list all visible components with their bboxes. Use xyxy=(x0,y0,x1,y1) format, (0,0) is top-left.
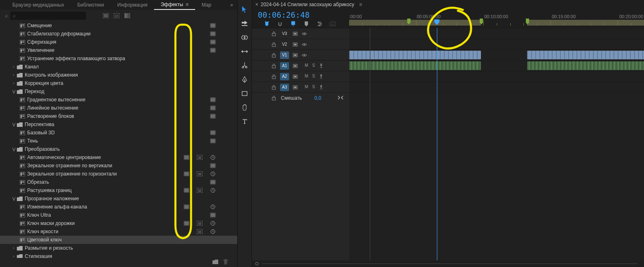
tab-info[interactable]: Информация xyxy=(111,0,154,10)
effects-folder[interactable]: ⋁Прозрачное наложение xyxy=(0,194,237,203)
tab-effects[interactable]: Эффекты ≡ xyxy=(154,0,195,10)
voiceover-icon[interactable] xyxy=(319,63,323,69)
twirl-icon[interactable]: ⋁ xyxy=(11,197,16,201)
delete-icon[interactable] xyxy=(223,259,228,266)
pen-tool[interactable] xyxy=(240,75,250,84)
effects-folder[interactable]: ⋁Перспектива xyxy=(0,120,237,129)
mute-toggle[interactable]: M xyxy=(305,74,308,80)
lock-icon[interactable] xyxy=(271,63,277,68)
voiceover-icon[interactable] xyxy=(319,84,323,90)
lock-icon[interactable] xyxy=(271,74,277,79)
sync-lock-icon[interactable] xyxy=(292,75,298,79)
linked-selection-icon[interactable] xyxy=(277,21,283,27)
lock-icon[interactable] xyxy=(271,96,277,101)
effects-item[interactable]: Ключ маски дорожки32 xyxy=(0,219,237,227)
twirl-icon[interactable]: › xyxy=(11,65,16,69)
effects-item[interactable]: Цветовой ключ xyxy=(0,236,237,244)
selection-tool[interactable] xyxy=(240,5,250,14)
track-header-a1[interactable]: A1 M S xyxy=(252,60,349,71)
panel-menu-icon[interactable]: ≡ xyxy=(186,2,189,7)
solo-toggle[interactable]: S xyxy=(312,84,315,90)
tab-media-browser[interactable]: Браузер медиаданных xyxy=(6,0,71,10)
effects-folder[interactable]: ›Канал xyxy=(0,63,237,71)
track-target-label[interactable]: V1 xyxy=(280,52,289,59)
track-target-label[interactable]: A1 xyxy=(280,62,289,70)
effects-item[interactable]: Тень xyxy=(0,137,237,145)
twirl-icon[interactable]: › xyxy=(11,73,16,77)
mute-toggle[interactable]: M xyxy=(305,84,308,90)
toggle-visibility-icon[interactable] xyxy=(301,54,307,57)
sequence-close-icon[interactable]: × xyxy=(255,2,258,7)
video-clip[interactable] xyxy=(349,51,481,59)
toggle-visibility-icon[interactable] xyxy=(301,32,307,35)
32bit-filter-icon[interactable]: 32 xyxy=(113,13,120,19)
tab-libraries[interactable]: Библиотеки xyxy=(71,0,111,10)
track-target-label[interactable]: V3 xyxy=(280,30,289,37)
track-header-a3[interactable]: A3 M S xyxy=(252,82,349,92)
track-header-a2[interactable]: A2 M S xyxy=(252,71,349,82)
effects-item[interactable]: Смещение xyxy=(0,21,237,30)
track-target-label[interactable]: V2 xyxy=(280,41,289,48)
lock-icon[interactable] xyxy=(271,31,277,36)
track-header-v1[interactable]: V1 xyxy=(252,49,349,60)
sync-lock-icon[interactable] xyxy=(292,32,298,36)
mute-toggle[interactable]: M xyxy=(305,63,308,69)
timeline-zoom-bar[interactable] xyxy=(252,260,644,267)
effects-search-input[interactable] xyxy=(10,12,86,20)
effects-item[interactable]: Градиентное вытеснение xyxy=(0,96,237,104)
effects-folder[interactable]: ›Размытие и резкость xyxy=(0,244,237,252)
solo-toggle[interactable]: S xyxy=(312,74,315,80)
sync-lock-icon[interactable] xyxy=(292,42,298,47)
yuv-filter-icon[interactable] xyxy=(124,13,131,19)
effects-item[interactable]: Устранение эффекта плавающего затвора xyxy=(0,54,237,63)
new-bin-icon[interactable] xyxy=(212,260,218,265)
track-select-tool[interactable] xyxy=(240,19,250,28)
effects-item[interactable]: Линейное вытеснение xyxy=(0,104,237,112)
accelerated-fx-filter-icon[interactable] xyxy=(102,13,110,19)
effects-item[interactable]: Растушевка границ32 xyxy=(0,186,237,194)
effects-item[interactable]: Сферизация xyxy=(0,38,237,46)
twirl-icon[interactable]: ⋁ xyxy=(11,89,16,94)
hand-tool[interactable] xyxy=(240,103,250,112)
effects-folder[interactable]: ›Коррекция цвета xyxy=(0,79,237,87)
playhead-handle[interactable] xyxy=(434,19,440,26)
effects-item[interactable]: Ключ Ultra xyxy=(0,211,237,219)
effects-item[interactable]: Обрезать xyxy=(0,178,237,186)
razor-tool[interactable] xyxy=(240,61,250,70)
track-header-v2[interactable]: V2 xyxy=(252,39,349,49)
effects-folder[interactable]: ⋁Преобразовать xyxy=(0,145,237,153)
effects-item[interactable]: Ключ яркости32 xyxy=(0,227,237,236)
effects-item[interactable]: Автоматическое центрирование32 xyxy=(0,153,237,162)
tab-markers[interactable]: Мар xyxy=(195,0,218,10)
audio-clip[interactable] xyxy=(349,61,481,70)
voiceover-icon[interactable] xyxy=(319,74,323,80)
track-target-label[interactable]: A3 xyxy=(280,84,289,91)
effects-folder[interactable]: ›Контроль изображения xyxy=(0,71,237,79)
effects-item[interactable]: Зеркальное отражение по горизонтали32 xyxy=(0,170,237,178)
sequence-title[interactable]: 2024-04-14 Спилили засохшую абрикосу xyxy=(261,2,354,7)
settings-icon[interactable] xyxy=(316,21,323,27)
sequence-menu-icon[interactable]: ≡ xyxy=(359,2,362,7)
lock-icon[interactable] xyxy=(271,53,277,58)
time-ruler[interactable]: :00:00 00:05:00:00 00:10:00:00 00:15:00:… xyxy=(349,9,644,28)
mix-value[interactable]: 0,0 xyxy=(314,95,321,101)
toggle-visibility-icon[interactable] xyxy=(301,43,307,46)
effects-item[interactable]: Стабилизатор деформации xyxy=(0,30,237,38)
output-mapping-icon[interactable] xyxy=(338,95,343,101)
effects-tree[interactable]: СмещениеСтабилизатор деформацииСферизаци… xyxy=(0,21,237,258)
sync-lock-icon[interactable] xyxy=(292,53,298,57)
type-tool[interactable] xyxy=(240,117,250,126)
twirl-icon[interactable]: ⋁ xyxy=(11,122,16,126)
track-header-v3[interactable]: V3 xyxy=(252,28,349,39)
twirl-icon[interactable]: › xyxy=(11,81,16,85)
add-marker-icon[interactable] xyxy=(290,21,296,27)
solo-toggle[interactable]: S xyxy=(312,63,315,69)
effects-item[interactable]: Увеличение xyxy=(0,46,237,54)
ripple-edit-tool[interactable] xyxy=(240,33,250,42)
track-content[interactable] xyxy=(349,28,644,260)
zoom-handle-left[interactable] xyxy=(255,262,259,265)
mix-track-header[interactable]: Смешать 0,0 xyxy=(252,92,349,103)
track-target-label[interactable]: A2 xyxy=(280,73,289,80)
snap-icon[interactable] xyxy=(264,21,270,27)
video-clip[interactable] xyxy=(527,51,644,59)
